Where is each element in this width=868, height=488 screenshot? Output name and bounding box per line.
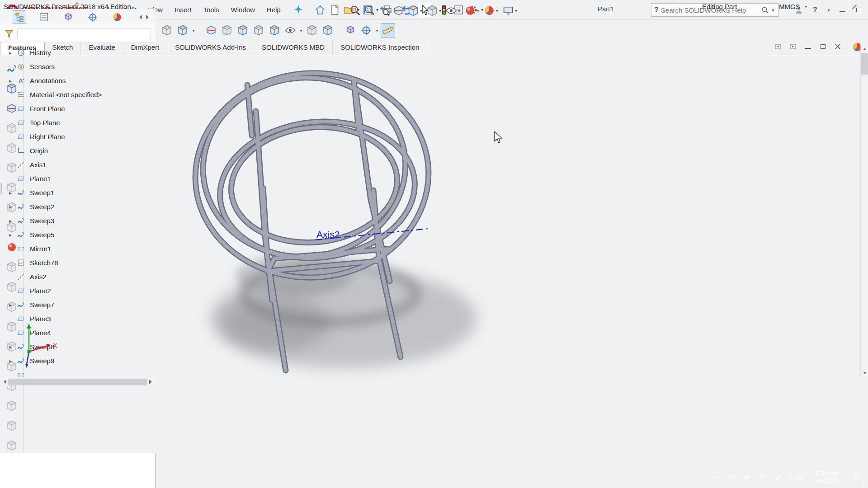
search-icon xyxy=(761,6,769,14)
document-window-controls xyxy=(774,42,842,51)
status-pen-icon xyxy=(850,2,859,11)
side-tool-button[interactable] xyxy=(5,418,19,433)
tray-display-icon[interactable] xyxy=(724,466,740,488)
scrollbar-thumb[interactable] xyxy=(861,53,868,75)
tray-pen-icon[interactable] xyxy=(770,466,786,488)
tray-network-icon[interactable] xyxy=(755,466,770,488)
doc-close-button[interactable] xyxy=(834,42,842,51)
search-scope-caret[interactable] xyxy=(771,8,775,13)
unit-system-selector[interactable]: MMGS xyxy=(779,3,808,10)
clock[interactable]: 8:35 AM 8/6/2021 xyxy=(807,469,848,485)
action-center-button[interactable]: 2 xyxy=(848,466,866,488)
units-dropdown-caret[interactable] xyxy=(804,4,808,9)
notification-icon xyxy=(854,474,861,481)
doc-restore-button[interactable] xyxy=(819,42,827,51)
side-tool-button[interactable] xyxy=(5,399,19,413)
tray-volume-icon[interactable] xyxy=(740,466,755,488)
language-indicator[interactable]: ENG xyxy=(786,474,807,481)
dock-left-icon[interactable] xyxy=(774,42,782,51)
scroll-down-button[interactable] xyxy=(861,370,868,378)
date-text: 8/6/2021 xyxy=(815,477,840,484)
side-tool-button[interactable] xyxy=(5,438,19,453)
units-label: MMGS xyxy=(779,3,800,10)
system-tray: ENG 8:35 AM 8/6/2021 2 xyxy=(709,466,868,488)
help-button[interactable]: ? xyxy=(810,5,820,15)
help-dropdown-caret[interactable] xyxy=(826,8,831,13)
time-text: 8:35 AM xyxy=(816,469,839,477)
help-circle-icon: ? xyxy=(654,6,659,14)
feature-manager-panel: History Sensors Annotations Material <no… xyxy=(0,453,156,488)
notification-badge: 2 xyxy=(862,479,865,484)
minimize-window-button[interactable] xyxy=(837,5,847,15)
tree-vertical-scrollbar[interactable] xyxy=(860,44,868,378)
doc-minimize-button[interactable] xyxy=(804,42,812,51)
dock-right-icon[interactable] xyxy=(789,42,797,51)
solidworks-window: SOLIDWORKS File Edit View Insert Tools W… xyxy=(0,0,868,488)
editing-mode-text: Editing Part xyxy=(702,3,737,10)
scroll-up-button[interactable] xyxy=(861,44,868,52)
edition-text: SOLIDWORKS Premium 2018 x64 Edition xyxy=(4,3,131,10)
tray-show-hidden-icons[interactable] xyxy=(709,466,724,488)
